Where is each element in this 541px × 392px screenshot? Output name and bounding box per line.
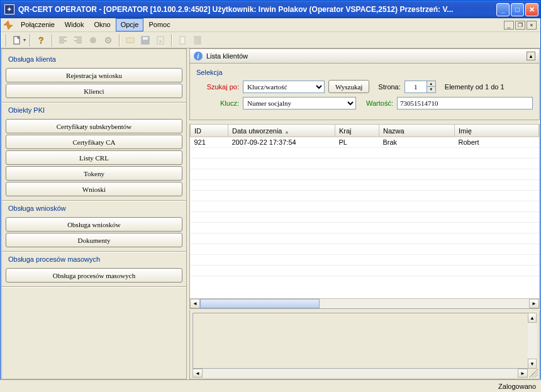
sidebar-btn-rejestracja-wniosku[interactable]: Rejestracja wniosku bbox=[6, 68, 182, 82]
sidebar-group-procesy-masowe: Obsługa procesów masowych bbox=[6, 252, 182, 267]
col-data-utworzenia[interactable]: Data utworzenia▲ bbox=[228, 125, 335, 137]
col-imie[interactable]: Imię bbox=[455, 125, 539, 137]
toolbar-gear-button bbox=[101, 33, 115, 47]
sort-asc-icon: ▲ bbox=[285, 130, 289, 134]
cell-id: 921 bbox=[191, 137, 228, 148]
toolbar-record-button bbox=[86, 33, 100, 47]
table-container: ID Data utworzenia▲ Kraj Nazwa Imię 921 … bbox=[189, 124, 540, 309]
col-id[interactable]: ID bbox=[191, 125, 228, 137]
scroll-thumb[interactable] bbox=[200, 299, 320, 308]
sidebar-btn-listy-crl[interactable]: Listy CRL bbox=[6, 150, 182, 165]
sidebar-group-obsluga-klienta: Obsługa klienta bbox=[6, 52, 182, 67]
spinner-down[interactable]: ▼ bbox=[427, 87, 435, 92]
sidebar-btn-procesy-masowe[interactable]: Obsługa procesów masowych bbox=[6, 268, 182, 283]
menu-okno[interactable]: Okno bbox=[89, 18, 115, 31]
strona-label: Strona: bbox=[378, 83, 400, 91]
svg-rect-12 bbox=[197, 36, 199, 44]
cell-imie: Robert bbox=[455, 137, 539, 148]
status-text: Zalogowano bbox=[498, 383, 536, 390]
table-row[interactable]: 921 2007-09-22 17:37:54 PL Brak Robert bbox=[191, 137, 539, 148]
toolbar-certificate-button bbox=[153, 33, 167, 47]
mdi-close-button[interactable]: × bbox=[527, 21, 537, 30]
statusbar: Zalogowano bbox=[0, 379, 541, 392]
log-hscrollbar[interactable]: ◄ ► bbox=[192, 369, 528, 378]
toolbar-card-button bbox=[123, 33, 137, 47]
log-scroll-up[interactable]: ▲ bbox=[528, 313, 537, 323]
log-panel: ▲ ▼ ◄ ► bbox=[189, 310, 540, 379]
toolbar-page-button bbox=[176, 33, 189, 47]
cell-nazwa: Brak bbox=[379, 137, 455, 148]
elementy-label: Elementy od 1 do 1 bbox=[445, 83, 505, 91]
toolbar-new-button[interactable] bbox=[10, 33, 24, 47]
scroll-left-button[interactable]: ◄ bbox=[190, 299, 200, 308]
svg-point-4 bbox=[108, 39, 109, 41]
strona-spinner[interactable]: ▲▼ bbox=[404, 81, 436, 93]
resize-grip[interactable] bbox=[529, 369, 538, 378]
strona-input[interactable] bbox=[405, 83, 427, 91]
log-vscrollbar[interactable]: ▲ ▼ bbox=[528, 313, 537, 369]
window-maximize-button[interactable]: □ bbox=[511, 3, 524, 16]
selection-box: Selekcja Szukaj po: Klucz/wartość Wyszuk… bbox=[189, 64, 540, 120]
wartosc-input[interactable] bbox=[397, 97, 533, 109]
panel-header: i Lista klientów ▲ bbox=[189, 48, 540, 64]
col-nazwa[interactable]: Nazwa bbox=[379, 125, 455, 137]
menubar: Połączenie Widok Okno Opcje Pomoc _ ❐ × bbox=[1, 18, 540, 32]
panel-collapse-button[interactable]: ▲ bbox=[527, 52, 535, 60]
toolbar-help-button[interactable]: ? bbox=[34, 33, 48, 47]
toolbar-align-left-button bbox=[56, 33, 70, 47]
mdi-restore-button[interactable]: ❐ bbox=[515, 21, 525, 30]
window-title: QR-CERT OPERATOR - [OPERATOR [10.100.2.9… bbox=[18, 5, 496, 14]
toolbar-columns-button bbox=[191, 33, 204, 47]
log-content bbox=[192, 313, 537, 369]
log-scroll-right[interactable]: ► bbox=[518, 369, 528, 378]
szukaj-po-label: Szukaj po: bbox=[196, 83, 239, 91]
wartosc-label: Wartość: bbox=[366, 99, 393, 107]
svg-text:?: ? bbox=[38, 35, 44, 45]
menu-polaczenie[interactable]: Połączenie bbox=[16, 18, 60, 31]
log-scroll-down[interactable]: ▼ bbox=[528, 359, 537, 369]
klucz-label: Klucz: bbox=[196, 99, 239, 107]
panel-title: Lista klientów bbox=[206, 52, 248, 60]
app-icon: ✦ bbox=[4, 4, 14, 14]
sidebar-group-obsluga-wnioskow: Obsługa wniosków bbox=[6, 201, 182, 216]
svg-rect-13 bbox=[199, 36, 201, 44]
sidebar-btn-obsluga-wnioskow[interactable]: Obsługa wniosków bbox=[6, 217, 182, 232]
klucz-select[interactable]: Numer socjalny bbox=[243, 97, 356, 109]
menu-opcje[interactable]: Opcje bbox=[116, 18, 144, 31]
info-icon: i bbox=[194, 52, 203, 60]
svg-point-9 bbox=[159, 40, 162, 43]
mdi-minimize-button[interactable]: _ bbox=[504, 21, 514, 30]
wyszukaj-button[interactable]: Wyszukaj bbox=[328, 80, 369, 93]
svg-rect-11 bbox=[194, 36, 196, 44]
table-hscrollbar[interactable]: ◄ ► bbox=[190, 298, 539, 308]
spinner-up[interactable]: ▲ bbox=[427, 81, 435, 87]
dropdown-arrow-icon[interactable]: ▾ bbox=[23, 37, 26, 43]
sidebar-btn-dokumenty[interactable]: Dokumenty bbox=[6, 233, 182, 247]
sidebar-btn-tokeny[interactable]: Tokeny bbox=[6, 166, 182, 181]
sidebar: Obsługa klienta Rejestracja wniosku Klie… bbox=[1, 48, 187, 379]
toolbar-align-right-button bbox=[71, 33, 85, 47]
toolbar-save-button bbox=[138, 33, 152, 47]
szukaj-po-select[interactable]: Klucz/wartość bbox=[243, 81, 325, 93]
scroll-right-button[interactable]: ► bbox=[529, 299, 539, 308]
svg-rect-7 bbox=[143, 37, 148, 40]
app-small-icon bbox=[3, 20, 13, 30]
cell-data: 2007-09-22 17:37:54 bbox=[228, 137, 335, 148]
window-minimize-button[interactable]: _ bbox=[496, 3, 510, 16]
sidebar-btn-certyfikaty-subskrybentow[interactable]: Certyfikaty subskrybentów bbox=[6, 119, 182, 133]
cell-kraj: PL bbox=[335, 137, 379, 148]
svg-rect-5 bbox=[126, 38, 134, 43]
sidebar-btn-wnioski[interactable]: Wnioski bbox=[6, 182, 182, 196]
right-panel: i Lista klientów ▲ Selekcja Szukaj po: K… bbox=[189, 48, 540, 379]
titlebar: ✦ QR-CERT OPERATOR - [OPERATOR [10.100.2… bbox=[1, 1, 540, 18]
log-scroll-left[interactable]: ◄ bbox=[192, 369, 203, 378]
sidebar-btn-certyfikaty-ca[interactable]: Certyfikaty CA bbox=[6, 135, 182, 149]
col-kraj[interactable]: Kraj bbox=[335, 125, 379, 137]
menu-widok[interactable]: Widok bbox=[60, 18, 89, 31]
sidebar-btn-klienci[interactable]: Klienci bbox=[6, 84, 182, 98]
selection-title: Selekcja bbox=[196, 69, 533, 76]
window-close-button[interactable]: ✕ bbox=[525, 3, 538, 16]
menu-pomoc[interactable]: Pomoc bbox=[143, 18, 175, 31]
sidebar-group-obiekty-pki: Obiekty PKI bbox=[6, 103, 182, 118]
clients-table[interactable]: ID Data utworzenia▲ Kraj Nazwa Imię 921 … bbox=[190, 124, 539, 276]
